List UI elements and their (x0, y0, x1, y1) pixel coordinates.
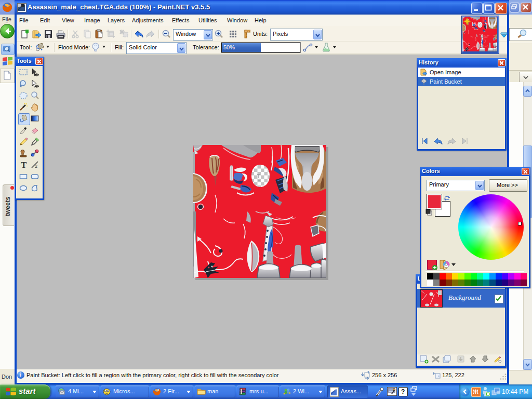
svg-text:2: 2 (35, 164, 37, 169)
svg-text:T: T (21, 160, 27, 169)
